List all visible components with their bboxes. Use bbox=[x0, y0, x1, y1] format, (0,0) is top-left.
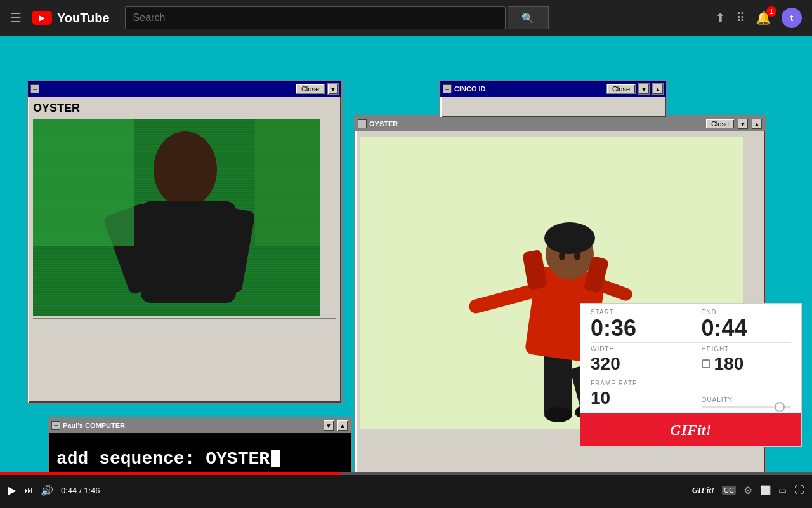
cinco-close-button[interactable]: Close bbox=[606, 84, 636, 94]
video-area: ─ Close ▼ OYSTER bbox=[0, 36, 812, 508]
cursor bbox=[271, 450, 280, 467]
gifit-logo-bar[interactable]: GIFit! bbox=[692, 485, 714, 495]
youtube-logo-text: YouTube bbox=[57, 11, 110, 25]
oyster-front-close-button[interactable]: Close bbox=[705, 119, 735, 129]
player-right-controls: GIFit! CC ⚙ ⬜ ▭ ⛶ bbox=[692, 485, 804, 497]
oyster-front-dropdown-icon[interactable]: ▼ bbox=[737, 118, 749, 130]
youtube-logo[interactable]: YouTube bbox=[32, 11, 110, 25]
search-input[interactable] bbox=[133, 12, 497, 23]
svg-point-19 bbox=[559, 251, 565, 260]
oyster-back-close-button[interactable]: Close bbox=[296, 84, 325, 94]
link-icon[interactable] bbox=[702, 359, 710, 368]
oyster-back-titlebar: ─ Close ▼ bbox=[28, 81, 341, 97]
fullscreen-icon[interactable]: ⛶ bbox=[794, 485, 804, 496]
gifit-submit-button[interactable]: GIFit! bbox=[580, 413, 801, 446]
oyster-front-scroll-up-icon[interactable]: ▲ bbox=[751, 118, 763, 130]
search-button[interactable]: 🔍 bbox=[508, 6, 549, 29]
gifit-dimensions-row: WIDTH 320 HEIGHT 180 bbox=[580, 343, 801, 377]
gifit-end-field: END 0:44 bbox=[702, 309, 792, 340]
notifications-icon[interactable]: 🔔 1 bbox=[756, 10, 771, 25]
gifit-width-field: WIDTH 320 bbox=[591, 345, 681, 374]
cc-button[interactable]: CC bbox=[722, 486, 736, 495]
cinco-minimize-icon[interactable]: ─ bbox=[443, 84, 452, 93]
player-progress-bar[interactable] bbox=[0, 472, 812, 475]
gifit-framerate-field: FRAME RATE 10 bbox=[591, 380, 681, 408]
gifit-bottom-row: FRAME RATE 10 QUALITY bbox=[580, 377, 801, 413]
svg-rect-8 bbox=[255, 119, 320, 246]
progress-track bbox=[0, 472, 812, 475]
search-bar bbox=[125, 6, 506, 29]
gifit-framerate-value[interactable]: 10 bbox=[591, 388, 681, 408]
oyster-front-minimize-icon[interactable]: ─ bbox=[358, 119, 367, 128]
gifit-height-label: HEIGHT bbox=[702, 345, 792, 352]
gifit-start-value[interactable]: 0:36 bbox=[591, 317, 681, 340]
oyster-back-svg bbox=[33, 119, 320, 316]
notification-badge: 1 bbox=[766, 6, 776, 17]
svg-point-18 bbox=[544, 222, 595, 254]
window-cinco: ─ CINCO ID Close ▼ ▲ bbox=[439, 80, 667, 118]
gifit-height-value[interactable]: 180 bbox=[702, 354, 792, 374]
oyster-back-label: OYSTER bbox=[33, 102, 336, 115]
gifit-framerate-label: FRAME RATE bbox=[591, 380, 681, 387]
pauls-scroll-up-icon[interactable]: ▲ bbox=[337, 420, 348, 431]
progress-fill bbox=[0, 472, 341, 475]
player-time: 0:44 / 1:46 bbox=[61, 486, 100, 495]
header-right: ⬆ ⠿ 🔔 1 t bbox=[715, 8, 802, 28]
gifit-width-label: WIDTH bbox=[591, 345, 681, 352]
theater-icon[interactable]: ▭ bbox=[778, 485, 787, 495]
settings-icon[interactable]: ⚙ bbox=[743, 485, 752, 497]
cinco-title: CINCO ID bbox=[454, 85, 604, 93]
svg-point-12 bbox=[544, 407, 572, 422]
gifit-quality-thumb[interactable] bbox=[775, 402, 785, 412]
player-time-total: 1:46 bbox=[84, 486, 100, 495]
gifit-divider2 bbox=[691, 351, 691, 369]
oyster-back-content: OYSTER bbox=[28, 97, 341, 333]
svg-rect-10 bbox=[544, 352, 572, 416]
menu-icon[interactable]: ☰ bbox=[10, 10, 22, 25]
player-time-current: 0:44 bbox=[61, 486, 77, 495]
cinco-titlebar: ─ CINCO ID Close ▼ ▲ bbox=[440, 81, 666, 97]
gifit-divider1 bbox=[691, 314, 691, 335]
gifit-submit-label-gif: GIF bbox=[670, 422, 697, 439]
pauls-titlebar: ─ Paul's COMPUTER ▼ ▲ bbox=[49, 418, 351, 433]
pauls-title: Paul's COMPUTER bbox=[63, 422, 320, 429]
svg-rect-7 bbox=[33, 119, 134, 246]
oyster-front-title: OYSTER bbox=[369, 120, 703, 128]
gifit-quality-field: QUALITY bbox=[702, 396, 792, 408]
upload-icon[interactable]: ⬆ bbox=[715, 10, 726, 25]
apps-icon[interactable]: ⠿ bbox=[736, 10, 745, 25]
miniplayer-icon[interactable]: ⬜ bbox=[760, 485, 771, 495]
window-oyster-back: ─ Close ▼ OYSTER bbox=[27, 80, 343, 404]
volume-button[interactable]: 🔊 bbox=[41, 485, 53, 497]
player-bar: ▶ ⏭ 🔊 0:44 / 1:46 GIFit! CC ⚙ ⬜ ▭ ⛶ bbox=[0, 472, 812, 508]
avatar[interactable]: t bbox=[782, 8, 802, 28]
pauls-minimize-icon[interactable]: ─ bbox=[51, 421, 60, 430]
gifit-panel: START 0:36 END 0:44 WIDTH 320 HEIGHT 180 bbox=[580, 303, 802, 447]
gifit-width-value[interactable]: 320 bbox=[591, 354, 681, 374]
next-button[interactable]: ⏭ bbox=[24, 485, 33, 495]
youtube-logo-icon bbox=[32, 11, 52, 25]
play-button[interactable]: ▶ bbox=[8, 483, 16, 497]
oyster-back-scrollbar[interactable] bbox=[33, 318, 336, 328]
oyster-back-dropdown-icon[interactable]: ▼ bbox=[327, 83, 339, 95]
svg-point-3 bbox=[154, 131, 217, 208]
youtube-header: ☰ YouTube 🔍 ⬆ ⠿ 🔔 1 t bbox=[0, 0, 812, 36]
pauls-command-text: add sequence: OYSTER bbox=[56, 449, 270, 469]
svg-point-20 bbox=[574, 251, 580, 260]
cinco-dropdown-icon[interactable]: ▼ bbox=[638, 83, 650, 95]
gifit-height-field: HEIGHT 180 bbox=[702, 345, 792, 374]
gifit-start-field: START 0:36 bbox=[591, 309, 681, 340]
cinco-scroll-up-icon[interactable]: ▲ bbox=[652, 83, 664, 95]
gifit-height-number: 180 bbox=[714, 354, 744, 374]
oyster-front-titlebar: ─ OYSTER Close ▼ ▲ bbox=[355, 116, 765, 131]
gifit-top-row: START 0:36 END 0:44 bbox=[580, 304, 801, 342]
gifit-quality-slider[interactable] bbox=[702, 406, 792, 408]
oyster-back-minimize-icon[interactable]: ─ bbox=[30, 84, 39, 93]
pauls-dropdown-icon[interactable]: ▼ bbox=[323, 420, 334, 431]
gifit-submit-label-it: it! bbox=[697, 422, 712, 439]
oyster-back-image bbox=[33, 119, 320, 316]
gifit-end-value[interactable]: 0:44 bbox=[702, 317, 792, 340]
